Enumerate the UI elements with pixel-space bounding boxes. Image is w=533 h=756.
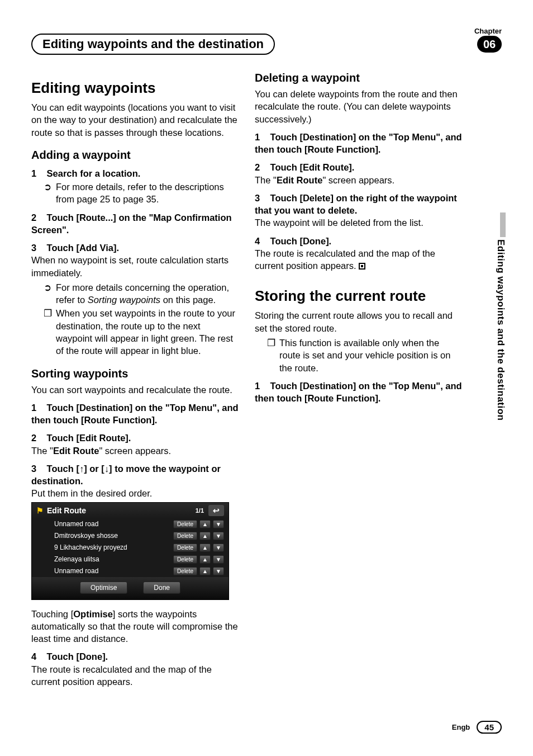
step-number: 4 bbox=[255, 236, 260, 246]
section-end-icon bbox=[359, 263, 365, 270]
heading-deleting-waypoint: Deleting a waypoint bbox=[255, 72, 463, 84]
step-del-1: 1 Touch [Destination] on the "Top Menu",… bbox=[255, 131, 463, 156]
move-up-button[interactable]: ▲ bbox=[199, 555, 211, 564]
route-name: 9 Likhachevskiy proyezd bbox=[54, 544, 171, 551]
step-text: Touch [Destination] on the "Top Menu", a… bbox=[31, 403, 239, 425]
edit-route-screenshot: ⚑ Edit Route 1/1 ↩ Unnamed road Delete ▲… bbox=[31, 502, 239, 600]
move-down-button[interactable]: ▼ bbox=[213, 520, 224, 528]
ui-title: Edit Route bbox=[47, 506, 196, 515]
delete-button[interactable]: Delete bbox=[173, 520, 197, 528]
side-tab-marker bbox=[500, 212, 506, 237]
header-pill: Editing waypoints and the destination bbox=[31, 34, 275, 55]
paragraph: The "Edit Route" screen appears. bbox=[31, 445, 239, 457]
move-down-button[interactable]: ▼ bbox=[213, 532, 224, 540]
paragraph: Storing the current route allows you to … bbox=[255, 309, 463, 334]
step-text: Touch [Add Via]. bbox=[47, 243, 120, 253]
paragraph: Put them in the desired order. bbox=[31, 487, 239, 499]
paragraph: The route is recalculated and the map of… bbox=[255, 247, 463, 272]
delete-button[interactable]: Delete bbox=[173, 544, 197, 552]
back-button[interactable]: ↩ bbox=[208, 505, 224, 516]
move-down-button[interactable]: ▼ bbox=[213, 567, 224, 575]
sub-text: For more details, refer to the descripti… bbox=[56, 182, 224, 204]
step-sort-2: 2 Touch [Edit Route]. bbox=[31, 432, 239, 444]
delete-button[interactable]: Delete bbox=[173, 567, 197, 575]
chapter-label: Chapter bbox=[474, 27, 502, 35]
optimise-button[interactable]: Optimise bbox=[80, 582, 127, 594]
step-number: 2 bbox=[31, 212, 36, 223]
step-3: 3 Touch [Add Via]. bbox=[31, 242, 239, 254]
step-number: 4 bbox=[31, 651, 36, 662]
footer-lang: Engb bbox=[452, 723, 470, 731]
route-name: Zelenaya ulitsa bbox=[54, 555, 171, 563]
step-number: 1 bbox=[31, 403, 36, 413]
step-text: Touch [Done]. bbox=[270, 236, 332, 246]
paragraph: You can sort waypoints and recalculate t… bbox=[31, 384, 239, 396]
sub-note: ❐This function is available only when th… bbox=[279, 337, 463, 374]
route-row: 9 Likhachevskiy proyezd Delete ▲ ▼ bbox=[32, 542, 229, 554]
sub-text: When you set waypoints in the route to y… bbox=[56, 308, 235, 356]
step-2: 2 Touch [Route...] on the "Map Confirmat… bbox=[31, 211, 239, 237]
heading-sorting-waypoints: Sorting waypoints bbox=[31, 367, 239, 380]
chapter-number-badge: 06 bbox=[477, 36, 502, 53]
step-text: Touch [Done]. bbox=[47, 651, 108, 662]
note-icon: ❐ bbox=[44, 307, 56, 319]
move-up-button[interactable]: ▲ bbox=[199, 544, 211, 552]
footer: Engb 45 bbox=[452, 721, 502, 734]
footer-page-number: 45 bbox=[477, 721, 502, 734]
route-row: Zelenaya ulitsa Delete ▲ ▼ bbox=[32, 554, 229, 565]
down-arrow-icon: ↓ bbox=[104, 464, 109, 474]
header-title: Editing waypoints and the destination bbox=[42, 37, 264, 51]
flag-icon: ⚑ bbox=[36, 506, 44, 515]
edit-route-ui: ⚑ Edit Route 1/1 ↩ Unnamed road Delete ▲… bbox=[31, 502, 229, 600]
move-up-button[interactable]: ▲ bbox=[199, 567, 211, 575]
step-number: 1 bbox=[31, 168, 36, 178]
paragraph: You can delete waypoints from the route … bbox=[255, 88, 463, 125]
route-name: Unnamed road bbox=[54, 567, 171, 575]
pointer-icon: ➲ bbox=[44, 281, 56, 294]
paragraph: The "Edit Route" screen appears. bbox=[255, 174, 463, 186]
paragraph: When no waypoint is set, route calculati… bbox=[31, 254, 239, 279]
move-down-button[interactable]: ▼ bbox=[213, 544, 224, 552]
step-text: Touch [Edit Route]. bbox=[270, 162, 355, 172]
header-title-wrap: Editing waypoints and the destination bbox=[31, 34, 470, 55]
step-number: 2 bbox=[31, 433, 36, 443]
up-arrow-icon: ↑ bbox=[79, 464, 84, 474]
move-up-button[interactable]: ▲ bbox=[199, 520, 211, 528]
delete-button[interactable]: Delete bbox=[173, 555, 197, 564]
paragraph: Touching [Optimise] sorts the waypoints … bbox=[31, 608, 239, 645]
heading-adding-waypoint: Adding a waypoint bbox=[31, 149, 239, 162]
move-up-button[interactable]: ▲ bbox=[199, 532, 211, 540]
step-sort-3: 3 Touch [↑] or [↓] to move the waypoint … bbox=[31, 462, 239, 488]
done-button[interactable]: Done bbox=[143, 582, 180, 594]
page: Chapter 06 Editing waypoints and the des… bbox=[0, 0, 533, 756]
delete-button[interactable]: Delete bbox=[173, 532, 197, 540]
step-1: 1 Search for a location. bbox=[31, 167, 239, 179]
paragraph: You can edit waypoints (locations you wa… bbox=[31, 101, 239, 139]
step-del-4: 4 Touch [Done]. bbox=[255, 235, 463, 247]
step-text: Touch [Route...] on the "Map Confirmatio… bbox=[31, 212, 232, 235]
route-name: Dmitrovskoye shosse bbox=[54, 532, 171, 540]
paragraph: The waypoint will be deleted from the li… bbox=[255, 216, 463, 229]
step-number: 1 bbox=[255, 132, 260, 142]
step-number: 1 bbox=[255, 381, 260, 391]
route-row: Dmitrovskoye shosse Delete ▲ ▼ bbox=[32, 530, 229, 542]
sub-text: For more details concerning the operatio… bbox=[56, 282, 229, 305]
sub-note: ➲For more details, refer to the descript… bbox=[56, 181, 239, 206]
route-row: Unnamed road Delete ▲ ▼ bbox=[32, 518, 229, 530]
side-tab-label: Editing waypoints and the destination bbox=[495, 239, 506, 421]
step-text: Search for a location. bbox=[47, 168, 141, 178]
step-text: Touch [Edit Route]. bbox=[47, 433, 131, 443]
sub-note: ❐When you set waypoints in the route to … bbox=[56, 307, 239, 357]
step-text: Touch [↑] or [↓] to move the waypoint or… bbox=[31, 464, 221, 486]
route-name: Unnamed road bbox=[54, 520, 171, 528]
pointer-icon: ➲ bbox=[44, 181, 56, 193]
note-icon: ❐ bbox=[267, 337, 279, 349]
move-down-button[interactable]: ▼ bbox=[213, 555, 224, 564]
step-sort-4: 4 Touch [Done]. bbox=[31, 650, 239, 663]
step-text: Touch [Destination] on the "Top Menu", a… bbox=[255, 381, 462, 403]
ui-page-indicator: 1/1 bbox=[196, 507, 204, 514]
step-number: 3 bbox=[31, 243, 36, 253]
step-number: 2 bbox=[255, 162, 260, 172]
step-sort-1: 1 Touch [Destination] on the "Top Menu",… bbox=[31, 401, 239, 427]
content-columns: Editing waypoints You can edit waypoints… bbox=[31, 72, 463, 692]
